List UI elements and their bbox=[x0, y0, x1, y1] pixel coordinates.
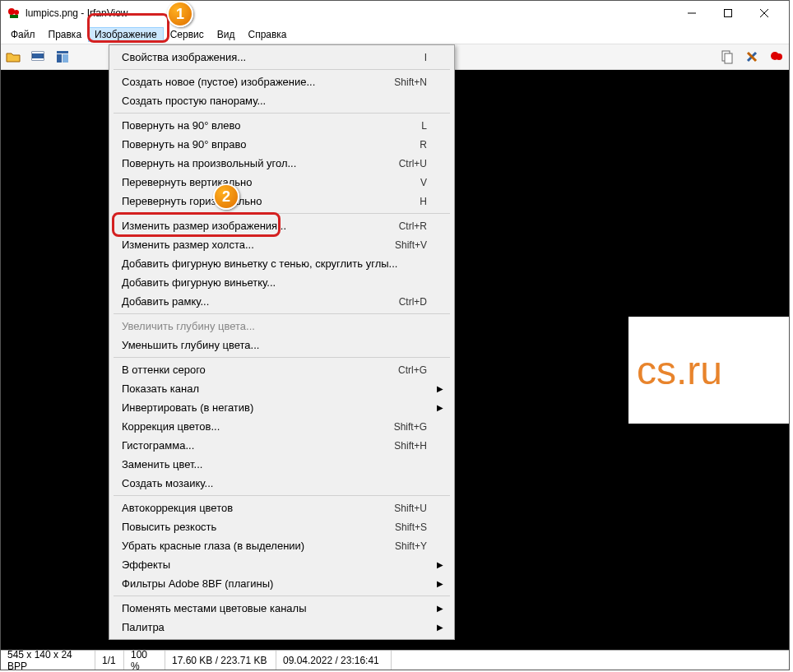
status-filesize: 17.60 KB / 223.71 KB bbox=[165, 651, 276, 670]
statusbar: 545 x 140 x 24 BPP 1/1 100 % 17.60 KB / … bbox=[1, 650, 789, 670]
status-page: 1/1 bbox=[95, 651, 124, 670]
status-empty bbox=[392, 651, 789, 670]
settings-icon[interactable] bbox=[741, 46, 763, 67]
menu-item-label: Создать мозаику... bbox=[122, 477, 427, 489]
slideshow-icon[interactable] bbox=[27, 46, 49, 67]
menu-item[interactable]: Повернуть на 90° вправоR bbox=[112, 135, 452, 154]
menu-item[interactable]: Убрать красные глаза (в выделении)Shift+… bbox=[112, 536, 452, 555]
menu-item[interactable]: Создать мозаику... bbox=[112, 474, 452, 493]
menu-item[interactable]: В оттенки серогоCtrl+G bbox=[112, 360, 452, 379]
menu-item-label: Показать канал bbox=[122, 382, 427, 395]
menu-item-label: Эффекты bbox=[122, 558, 427, 571]
thumbnails-icon[interactable] bbox=[52, 46, 73, 67]
menu-edit[interactable]: Правка bbox=[42, 27, 89, 42]
menu-separator bbox=[114, 313, 450, 314]
menu-item-label: Увеличить глубину цвета... bbox=[122, 320, 427, 332]
menu-item[interactable]: Создать новое (пустое) изображение...Shi… bbox=[112, 72, 452, 91]
copy-icon[interactable] bbox=[716, 46, 738, 67]
submenu-arrow-icon: ▶ bbox=[437, 384, 443, 393]
preview-text: cs.ru bbox=[637, 348, 722, 393]
menu-item[interactable]: Коррекция цветов...Shift+G bbox=[112, 417, 452, 436]
menu-item[interactable]: Поменять местами цветовые каналы▶ bbox=[112, 599, 452, 618]
menu-item[interactable]: Фильтры Adobe 8BF (плагины)▶ bbox=[112, 574, 452, 593]
menu-item-label: Уменьшить глубину цвета... bbox=[122, 339, 427, 351]
menu-item[interactable]: Показать канал▶ bbox=[112, 379, 452, 398]
menu-item-label: Повернуть на 90° влево bbox=[122, 119, 421, 132]
menu-item[interactable]: Изменить размер изображения...Ctrl+R bbox=[112, 216, 452, 235]
menu-item-label: Инвертировать (в негатив) bbox=[122, 401, 427, 414]
menu-item-label: Фильтры Adobe 8BF (плагины) bbox=[122, 577, 427, 590]
menu-item[interactable]: Перевернуть вертикальноV bbox=[112, 173, 452, 192]
callout-badge-2: 2 bbox=[213, 183, 239, 210]
submenu-arrow-icon: ▶ bbox=[437, 604, 443, 613]
irfanview-icon[interactable] bbox=[766, 46, 787, 67]
menu-item[interactable]: Гистограмма...Shift+H bbox=[112, 436, 452, 455]
menu-separator bbox=[114, 495, 450, 496]
menu-item-shortcut: Ctrl+G bbox=[398, 364, 427, 376]
menu-item-label: Повысить резкость bbox=[122, 521, 395, 533]
app-icon bbox=[7, 7, 21, 20]
menu-item[interactable]: Перевернуть горизонтальноH bbox=[112, 192, 452, 211]
svg-point-1 bbox=[14, 10, 19, 15]
svg-rect-12 bbox=[63, 54, 68, 63]
menu-item-shortcut: V bbox=[420, 177, 427, 188]
menu-item-label: Добавить фигурную виньетку... bbox=[122, 276, 427, 289]
menu-item[interactable]: Повернуть на произвольный угол...Ctrl+U bbox=[112, 154, 452, 173]
menu-item[interactable]: Палитра▶ bbox=[112, 618, 452, 637]
menu-item[interactable]: Повернуть на 90° влевоL bbox=[112, 116, 452, 135]
svg-point-0 bbox=[8, 8, 15, 15]
menu-item-shortcut: Ctrl+R bbox=[399, 220, 427, 232]
menu-item[interactable]: Свойства изображения...I bbox=[112, 48, 452, 67]
submenu-arrow-icon: ▶ bbox=[437, 403, 443, 412]
menu-item[interactable]: Уменьшить глубину цвета... bbox=[112, 336, 452, 355]
menu-separator bbox=[114, 357, 450, 358]
menu-view[interactable]: Вид bbox=[211, 27, 242, 42]
menu-item-shortcut: Shift+H bbox=[394, 440, 427, 452]
maximize-button[interactable] bbox=[710, 1, 746, 25]
menu-item-shortcut: Shift+S bbox=[395, 521, 427, 533]
status-dimensions: 545 x 140 x 24 BPP bbox=[1, 651, 95, 670]
menu-item-label: Коррекция цветов... bbox=[122, 420, 394, 433]
menu-item[interactable]: Создать простую панораму... bbox=[112, 91, 452, 110]
open-icon[interactable] bbox=[2, 46, 24, 67]
menu-item[interactable]: Добавить рамку...Ctrl+D bbox=[112, 292, 452, 311]
menu-item[interactable]: Добавить фигурную виньетку... bbox=[112, 273, 452, 292]
menu-item[interactable]: Изменить размер холста...Shift+V bbox=[112, 235, 452, 254]
svg-rect-14 bbox=[725, 53, 732, 63]
menubar: Файл Правка Изображение Сервис Вид Справ… bbox=[1, 25, 789, 44]
svg-rect-11 bbox=[57, 54, 62, 63]
image-menu-dropdown: Свойства изображения...IСоздать новое (п… bbox=[109, 44, 455, 640]
menu-separator bbox=[114, 113, 450, 114]
menu-item[interactable]: Эффекты▶ bbox=[112, 555, 452, 574]
titlebar: lumpics.png - IrfanView bbox=[1, 1, 789, 25]
menu-item[interactable]: Заменить цвет... bbox=[112, 455, 452, 474]
callout-badge-1: 1 bbox=[167, 1, 193, 27]
menu-item-shortcut: I bbox=[424, 52, 427, 63]
menu-item-label: Перевернуть горизонтально bbox=[122, 195, 420, 207]
menu-item-label: Повернуть на произвольный угол... bbox=[122, 157, 399, 169]
menu-file[interactable]: Файл bbox=[4, 27, 42, 42]
menu-item-label: Перевернуть вертикально bbox=[122, 176, 420, 188]
menu-item-label: Создать простую панораму... bbox=[122, 95, 427, 107]
app-window: lumpics.png - IrfanView Файл Правка Изоб… bbox=[0, 0, 790, 670]
status-zoom: 100 % bbox=[124, 651, 165, 670]
menu-item[interactable]: Добавить фигурную виньетку с тенью, скру… bbox=[112, 254, 452, 273]
minimize-button[interactable] bbox=[674, 1, 710, 25]
svg-rect-9 bbox=[32, 58, 44, 60]
menu-service[interactable]: Сервис bbox=[164, 27, 211, 42]
menu-item[interactable]: Повысить резкостьShift+S bbox=[112, 517, 452, 536]
menu-separator bbox=[114, 213, 450, 214]
menu-item[interactable]: Инвертировать (в негатив)▶ bbox=[112, 398, 452, 417]
svg-rect-8 bbox=[32, 52, 44, 53]
menu-item-label: Поменять местами цветовые каналы bbox=[122, 602, 427, 614]
menu-item[interactable]: Автокоррекция цветовShift+U bbox=[112, 498, 452, 517]
svg-point-16 bbox=[776, 53, 782, 60]
menu-item-label: Добавить фигурную виньетку с тенью, скру… bbox=[122, 257, 427, 270]
menu-item-shortcut: Shift+N bbox=[394, 76, 427, 88]
close-button[interactable] bbox=[746, 1, 782, 25]
svg-rect-10 bbox=[57, 51, 68, 53]
menu-help[interactable]: Справка bbox=[241, 27, 293, 42]
menu-image[interactable]: Изображение bbox=[88, 27, 164, 42]
menu-item-label: Заменить цвет... bbox=[122, 458, 427, 470]
svg-rect-4 bbox=[725, 10, 732, 17]
